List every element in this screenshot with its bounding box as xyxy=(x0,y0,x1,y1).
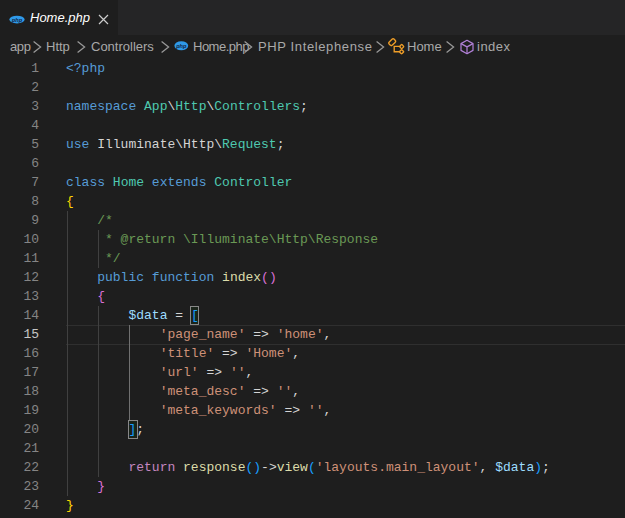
svg-text:php: php xyxy=(175,43,187,49)
svg-text:php: php xyxy=(11,17,23,23)
